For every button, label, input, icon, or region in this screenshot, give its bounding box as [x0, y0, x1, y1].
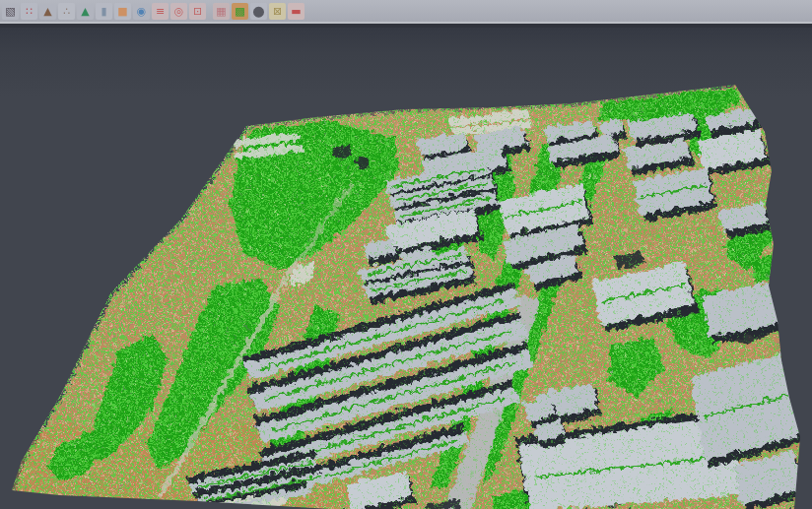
settings-icon[interactable]: ◎ — [170, 3, 187, 20]
globe-icon[interactable]: ◉ — [133, 3, 150, 20]
layer-list-icon[interactable]: ≡ — [152, 3, 169, 20]
point-cloud-icon: ∷ — [26, 3, 33, 20]
import-model-icon[interactable]: ▧ — [2, 3, 19, 20]
import-model-icon: ▧ — [5, 3, 15, 20]
selection-box-icon: ⊡ — [193, 3, 202, 20]
classified-point-cloud-scene — [0, 28, 812, 509]
camera-icon: ⬤ — [252, 3, 264, 20]
texture-icon[interactable]: ▬ — [288, 3, 304, 20]
point-cloud-icon[interactable]: ∷ — [21, 3, 37, 20]
layer-list-icon: ≡ — [156, 3, 165, 20]
camera-icon[interactable]: ⬤ — [250, 3, 267, 20]
surface-icon[interactable]: ▲ — [77, 3, 94, 20]
profile-view-icon: ▮ — [101, 3, 106, 20]
dem-terrain-icon: ▲ — [43, 3, 51, 20]
surface-icon: ▲ — [81, 3, 89, 20]
classification-icon[interactable]: ▩ — [232, 3, 248, 20]
classification-icon: ▩ — [235, 3, 244, 20]
orthophoto-icon[interactable]: ■ — [114, 3, 131, 20]
mesh-icon[interactable]: ⊠ — [269, 3, 286, 20]
dem-terrain-icon[interactable]: ▲ — [39, 3, 56, 20]
application-window: ▧∷▲∴▲▮■◉≡◎⊡▦▩⬤⊠▬ — [0, 0, 812, 509]
globe-icon: ◉ — [137, 3, 147, 20]
settings-icon: ◎ — [174, 3, 184, 20]
sparse-points-icon[interactable]: ∴ — [58, 3, 75, 20]
toolbar: ▧∷▲∴▲▮■◉≡◎⊡▦▩⬤⊠▬ — [0, 0, 812, 22]
profile-view-icon[interactable]: ▮ — [96, 3, 112, 20]
texture-icon: ▬ — [291, 3, 301, 20]
grid-icon[interactable]: ▦ — [213, 3, 230, 20]
3d-viewport[interactable] — [0, 28, 812, 509]
orthophoto-icon: ■ — [117, 3, 127, 20]
point-speckle — [0, 28, 812, 509]
selection-box-icon[interactable]: ⊡ — [189, 3, 206, 20]
grid-icon: ▦ — [216, 3, 226, 20]
mesh-icon: ⊠ — [273, 3, 282, 20]
sparse-points-icon: ∴ — [63, 3, 70, 20]
